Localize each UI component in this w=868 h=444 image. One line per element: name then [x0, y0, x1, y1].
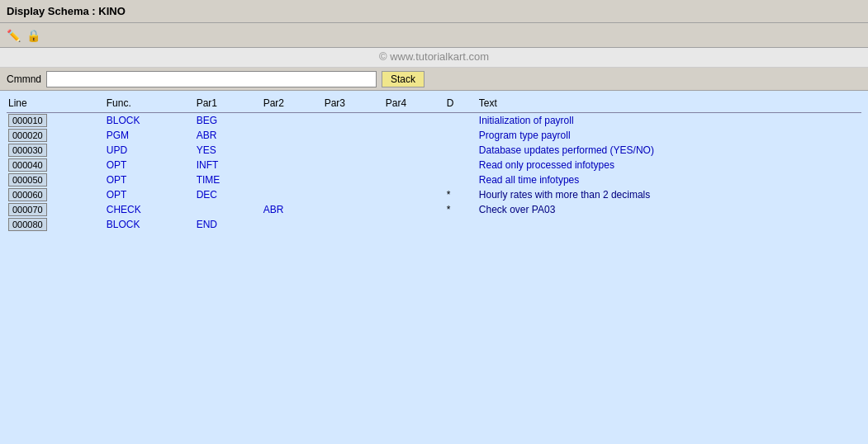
- func-cell: UPD: [105, 143, 195, 158]
- par2-cell: [262, 187, 323, 202]
- table-row[interactable]: 000050OPTTIMERead all time infotypes: [7, 172, 861, 187]
- toolbar: ✏️ 🔒: [0, 23, 868, 48]
- line-cell: 000070: [7, 202, 105, 217]
- watermark-text: © www.tutorialkart.com: [379, 50, 489, 63]
- title-bar: Display Schema : KINO: [0, 0, 868, 23]
- func-cell: OPT: [105, 172, 195, 187]
- par3-cell: [323, 143, 384, 158]
- d-cell: [445, 143, 477, 158]
- lock-icon[interactable]: 🔒: [25, 27, 41, 44]
- col-text: Text: [477, 96, 861, 113]
- watermark-bar: © www.tutorialkart.com: [0, 48, 868, 68]
- pencil-icon[interactable]: ✏️: [5, 27, 21, 44]
- main-content: Line Func. Par1 Par2 Par3 Par4 D Text 00…: [0, 91, 868, 444]
- func-cell: BLOCK: [105, 113, 195, 129]
- par2-cell: ABR: [262, 202, 323, 217]
- d-cell: [445, 113, 477, 129]
- par1-cell: INFT: [195, 158, 262, 172]
- table-row[interactable]: 000030UPDYESDatabase updates performed (…: [7, 143, 861, 158]
- d-cell: [445, 172, 477, 187]
- table-row[interactable]: 000080BLOCKEND: [7, 217, 861, 232]
- par4-cell: [384, 172, 445, 187]
- table-row[interactable]: 000020PGMABRProgram type payroll: [7, 128, 861, 143]
- command-label: Cmmnd: [7, 73, 41, 85]
- table-row[interactable]: 000070CHECKABR*Check over PA03: [7, 202, 861, 217]
- func-cell: OPT: [105, 158, 195, 172]
- par3-cell: [323, 202, 384, 217]
- text-cell: Hourly rates with more than 2 decimals: [477, 187, 861, 202]
- par3-cell: [323, 172, 384, 187]
- par4-cell: [384, 128, 445, 143]
- par2-cell: [262, 172, 323, 187]
- col-par4: Par4: [384, 96, 445, 113]
- par4-cell: [384, 202, 445, 217]
- line-cell: 000040: [7, 158, 105, 172]
- d-cell: [445, 217, 477, 232]
- col-par1: Par1: [195, 96, 262, 113]
- col-func: Func.: [105, 96, 195, 113]
- par2-cell: [262, 158, 323, 172]
- text-cell: Check over PA03: [477, 202, 861, 217]
- col-d: D: [445, 96, 477, 113]
- d-cell: *: [445, 202, 477, 217]
- par4-cell: [384, 217, 445, 232]
- par3-cell: [323, 158, 384, 172]
- par3-cell: [323, 128, 384, 143]
- table-header-row: Line Func. Par1 Par2 Par3 Par4 D Text: [7, 96, 861, 113]
- d-cell: *: [445, 187, 477, 202]
- col-par3: Par3: [323, 96, 384, 113]
- col-par2: Par2: [262, 96, 323, 113]
- par3-cell: [323, 217, 384, 232]
- line-cell: 000010: [7, 113, 105, 129]
- par1-cell: YES: [195, 143, 262, 158]
- stack-button[interactable]: Stack: [382, 71, 425, 87]
- text-cell: Program type payroll: [477, 128, 861, 143]
- func-cell: BLOCK: [105, 217, 195, 232]
- table-row[interactable]: 000040OPTINFTRead only processed infotyp…: [7, 158, 861, 172]
- line-cell: 000080: [7, 217, 105, 232]
- line-cell: 000020: [7, 128, 105, 143]
- par1-cell: BEG: [195, 113, 262, 129]
- text-cell: Read all time infotypes: [477, 172, 861, 187]
- par4-cell: [384, 143, 445, 158]
- text-cell: Initialization of payroll: [477, 113, 861, 129]
- par4-cell: [384, 187, 445, 202]
- par1-cell: DEC: [195, 187, 262, 202]
- par3-cell: [323, 113, 384, 129]
- command-input[interactable]: [46, 71, 377, 87]
- par2-cell: [262, 143, 323, 158]
- table-row[interactable]: 000010BLOCKBEGInitialization of payroll: [7, 113, 861, 129]
- func-cell: PGM: [105, 128, 195, 143]
- par1-cell: [195, 202, 262, 217]
- col-line: Line: [7, 96, 105, 113]
- line-cell: 000030: [7, 143, 105, 158]
- par1-cell: ABR: [195, 128, 262, 143]
- d-cell: [445, 158, 477, 172]
- page-title: Display Schema : KINO: [7, 5, 126, 17]
- par2-cell: [262, 128, 323, 143]
- par1-cell: TIME: [195, 172, 262, 187]
- par3-cell: [323, 187, 384, 202]
- text-cell: Read only processed infotypes: [477, 158, 861, 172]
- par4-cell: [384, 113, 445, 129]
- text-cell: Database updates performed (YES/NO): [477, 143, 861, 158]
- table-row[interactable]: 000060OPTDEC*Hourly rates with more than…: [7, 187, 861, 202]
- line-cell: 000050: [7, 172, 105, 187]
- par2-cell: [262, 113, 323, 129]
- text-cell: [477, 217, 861, 232]
- d-cell: [445, 128, 477, 143]
- func-cell: CHECK: [105, 202, 195, 217]
- command-bar: Cmmnd Stack: [0, 68, 868, 91]
- par1-cell: END: [195, 217, 262, 232]
- par4-cell: [384, 158, 445, 172]
- schema-table: Line Func. Par1 Par2 Par3 Par4 D Text 00…: [7, 96, 861, 232]
- par2-cell: [262, 217, 323, 232]
- func-cell: OPT: [105, 187, 195, 202]
- line-cell: 000060: [7, 187, 105, 202]
